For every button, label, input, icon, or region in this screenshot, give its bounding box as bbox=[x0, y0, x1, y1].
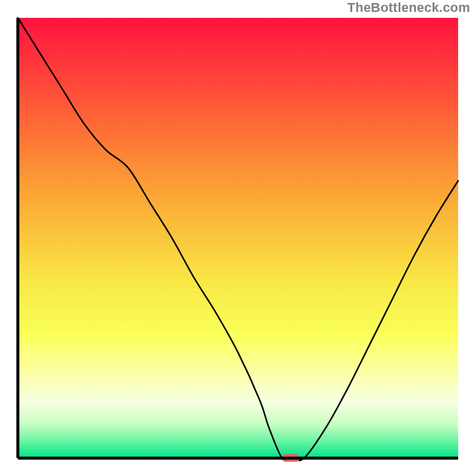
attribution-text: TheBottleneck.com bbox=[347, 0, 470, 15]
chart-background bbox=[18, 18, 458, 458]
bottleneck-chart bbox=[0, 0, 476, 476]
